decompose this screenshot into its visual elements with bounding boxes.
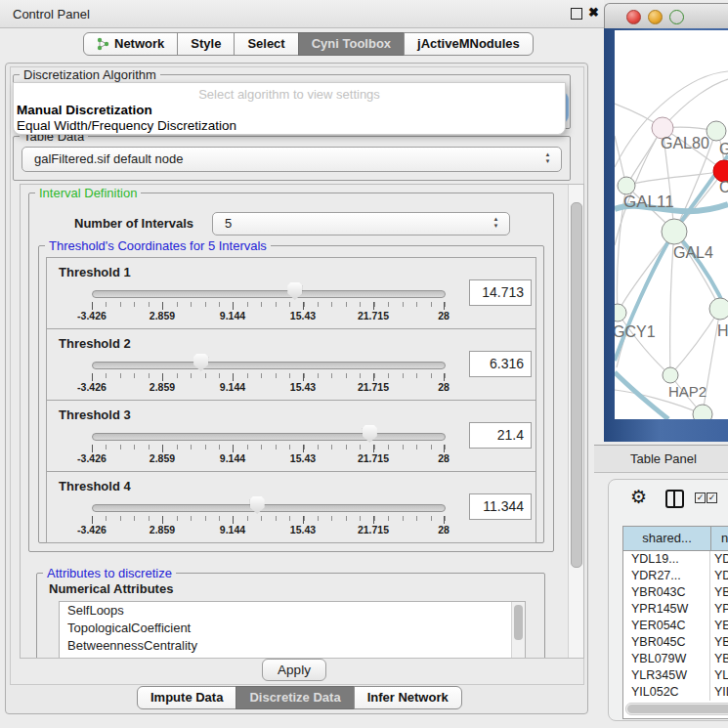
slider-major-tick [233, 302, 234, 310]
tab-label: Discretize Data [249, 688, 340, 707]
cell-shared-name[interactable]: YLR345W [623, 667, 710, 684]
cell-shared-name[interactable]: YER054C [623, 618, 710, 634]
close-traffic-light-icon[interactable] [626, 10, 641, 24]
scrollbar-thumb[interactable] [571, 202, 582, 568]
scrollbar-thumb[interactable] [627, 705, 728, 713]
cell-name[interactable]: YER0 [710, 618, 728, 634]
slider-tick-label: 28 [438, 310, 450, 321]
cell-name[interactable]: YBL0 [710, 651, 728, 667]
network-edge-highlighted[interactable] [615, 232, 674, 361]
cell-name[interactable]: YLR3 [710, 667, 728, 684]
slider-major-tick [444, 445, 445, 452]
network-node[interactable] [709, 298, 728, 320]
network-canvas[interactable]: GAL80GACGAL11GAL4GCY1HHAP2 [615, 30, 728, 419]
table-row[interactable]: YPR145W YPR1 [623, 601, 728, 618]
slider-tick-label: 28 [438, 524, 450, 535]
slider-track[interactable] [92, 504, 446, 512]
attribute-list-item[interactable]: TopologicalCoefficient [60, 620, 525, 637]
threshold-value-field[interactable]: 14.713 [469, 279, 532, 306]
slider-major-tick [303, 373, 304, 381]
gear-icon[interactable]: ⚙ [630, 486, 647, 508]
slider-track[interactable] [92, 433, 446, 441]
cell-shared-name[interactable]: YDL19... [623, 551, 710, 568]
network-edge[interactable] [674, 232, 720, 309]
tab-label: Impute Data [150, 688, 223, 707]
network-node[interactable] [615, 304, 626, 321]
minimize-traffic-light-icon[interactable] [648, 10, 663, 24]
network-node[interactable] [707, 121, 726, 141]
tab-select[interactable]: Select [234, 32, 298, 56]
algorithm-dropdown-popup: Select algorithm to view settings Manual… [13, 82, 566, 135]
attribute-list-item[interactable]: BetweennessCentrality [60, 637, 525, 655]
cell-shared-name[interactable]: YDR27... [623, 568, 710, 584]
cell-name[interactable]: YIL0 [710, 684, 728, 701]
attribute-list-item[interactable]: SelfLoops [60, 602, 525, 620]
threshold-value-field[interactable]: 21.4 [469, 422, 532, 449]
tab-jactivemnodules[interactable]: jActiveMNodules [404, 32, 534, 56]
slider-tick-label: 9.144 [220, 452, 245, 464]
table-row[interactable]: YDR27... YDR2 [623, 568, 728, 584]
table-row[interactable]: YER054C YER0 [623, 618, 728, 634]
apply-button[interactable]: Apply [262, 659, 326, 681]
column-header-name[interactable]: na [711, 527, 728, 550]
slider-tick-label: 2.859 [150, 310, 175, 321]
table-row[interactable]: YBR045C YBR0 [623, 634, 728, 651]
table-row[interactable]: YBL079W YBL0 [623, 651, 728, 667]
cell-name[interactable]: YDL1 [710, 551, 728, 568]
group-label: Attributes to discretize [43, 566, 176, 580]
network-node[interactable] [663, 367, 678, 383]
slider-major-tick [303, 445, 304, 452]
number-of-intervals-combobox[interactable]: 5 ▲▼ [212, 212, 510, 236]
cell-shared-name[interactable]: YPR145W [623, 601, 710, 618]
network-edge-highlighted[interactable] [615, 372, 668, 419]
table-row[interactable]: YIL052C YIL0 [623, 684, 728, 701]
dropdown-option-manual[interactable]: Manual Discretization [17, 103, 152, 117]
columns-icon[interactable] [665, 490, 684, 508]
close-icon[interactable]: ✖ [588, 5, 599, 20]
network-node[interactable] [662, 219, 687, 244]
cell-shared-name[interactable]: YBR045C [623, 634, 710, 651]
checkbox-icon[interactable]: ✓ [695, 492, 706, 503]
network-edge[interactable] [670, 309, 720, 375]
slider-track[interactable] [92, 290, 446, 298]
network-window-titlebar[interactable] [604, 3, 728, 30]
cell-shared-name[interactable]: YBL079W [623, 651, 710, 667]
node-table[interactable]: shared... na YDL19... YDL1 YDR27... YDR2… [622, 526, 728, 719]
slider-track[interactable] [92, 362, 446, 369]
network-node[interactable] [693, 405, 712, 419]
column-header-shared-name[interactable]: shared... [623, 527, 711, 550]
table-data-combobox[interactable]: galFiltered.sif default node ▲▼ [21, 147, 562, 172]
network-edge[interactable] [663, 79, 728, 128]
tab-cyni-toolbox[interactable]: Cyni Toolbox [298, 32, 405, 56]
tab-infer-network[interactable]: Infer Network [354, 686, 462, 709]
checkbox-icon[interactable]: ✓ [707, 492, 717, 503]
cell-name[interactable]: YDR2 [710, 568, 728, 584]
cell-name[interactable]: YBR0 [710, 634, 728, 651]
zoom-traffic-light-icon[interactable] [669, 10, 684, 24]
table-horizontal-scrollbar[interactable] [625, 703, 728, 715]
table-row[interactable]: YBR043C YBR0 [623, 584, 728, 601]
list-scrollbar[interactable] [511, 602, 525, 659]
cell-name[interactable]: YPR1 [710, 601, 728, 618]
group-label: Interval Definition [35, 186, 141, 200]
cell-shared-name[interactable]: YIL052C [623, 684, 710, 701]
threshold-value-field[interactable]: 11.344 [469, 493, 532, 520]
tab-style[interactable]: Style [177, 32, 235, 56]
slider-major-tick [233, 445, 234, 452]
threshold-row: Threshold 2 6.316 -3.4262.8599.14415.432… [46, 328, 536, 401]
settings-scrollbar[interactable] [568, 185, 583, 658]
threshold-value-field[interactable]: 6.316 [469, 351, 532, 377]
tab-discretize-data[interactable]: Discretize Data [236, 686, 354, 709]
network-edge[interactable] [618, 313, 670, 375]
scrollbar-thumb[interactable] [514, 605, 523, 640]
tab-impute-data[interactable]: Impute Data [137, 686, 236, 709]
float-window-icon[interactable] [571, 8, 582, 20]
dropdown-option-equal-width[interactable]: Equal Width/Frequency Discretization [17, 118, 236, 133]
cell-shared-name[interactable]: YBR043C [623, 584, 710, 601]
table-row[interactable]: YDL19... YDL1 [623, 551, 728, 568]
tab-network[interactable]: Network [83, 32, 178, 56]
cell-name[interactable]: YBR0 [710, 584, 728, 601]
table-panel-body: ⚙ ✓ ✓ shared... na YDL19... YDL1 YDR27..… [608, 479, 728, 721]
numerical-attributes-list[interactable]: SelfLoopsTopologicalCoefficientBetweenne… [59, 601, 526, 659]
table-row[interactable]: YLR345W YLR3 [623, 667, 728, 684]
